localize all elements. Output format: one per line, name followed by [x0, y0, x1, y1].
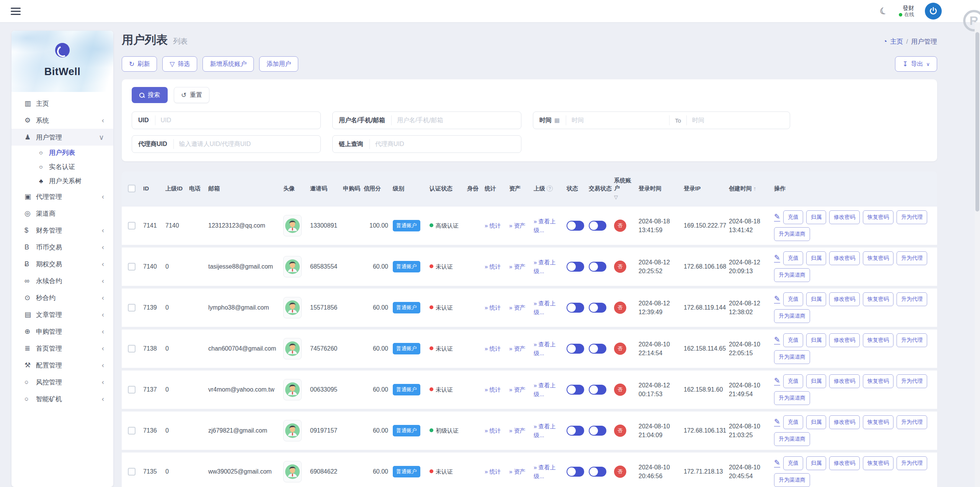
- sidebar-item-risk-management[interactable]: ○风控管理‹: [11, 374, 113, 390]
- sidebar-item-homepage-management[interactable]: ≣首页管理‹: [11, 340, 113, 357]
- sidebar-item-spot-trading[interactable]: B币币交易‹: [11, 239, 113, 256]
- sidebar-item-channel-merchant[interactable]: ◎渠道商: [11, 205, 113, 222]
- export-button[interactable]: ↧ 导出 ∨: [895, 56, 937, 72]
- view-parent-link[interactable]: » 查看上级...: [534, 382, 556, 398]
- action-button[interactable]: 升为代理: [897, 210, 927, 224]
- action-button[interactable]: 归属: [806, 456, 826, 470]
- status-toggle[interactable]: [567, 303, 584, 313]
- action-button[interactable]: 归属: [806, 210, 826, 224]
- row-checkbox[interactable]: [128, 222, 136, 230]
- sidebar-item-subscription-management[interactable]: ⊕申购管理‹: [11, 323, 113, 340]
- action-button[interactable]: 充值: [783, 251, 803, 265]
- action-button[interactable]: 修改密码: [829, 210, 860, 224]
- sidebar-item-config-management[interactable]: ⚒配置管理‹: [11, 357, 113, 374]
- status-toggle[interactable]: [567, 344, 584, 354]
- action-button[interactable]: 升为渠道商: [774, 473, 810, 487]
- search-button[interactable]: 搜索: [132, 87, 168, 103]
- row-checkbox[interactable]: [128, 468, 136, 476]
- assets-link[interactable]: » 资产: [509, 468, 526, 475]
- status-toggle[interactable]: [567, 262, 584, 272]
- action-button[interactable]: 升为代理: [897, 415, 927, 429]
- sidebar-item-user-management[interactable]: ♟用户管理∨: [11, 129, 113, 146]
- action-button[interactable]: 恢复密码: [863, 456, 893, 470]
- action-button[interactable]: 升为代理: [897, 333, 927, 347]
- time-from-input[interactable]: [566, 117, 669, 124]
- action-button[interactable]: 修改密码: [829, 333, 860, 347]
- dark-mode-moon-icon[interactable]: ☾: [879, 5, 889, 16]
- sidebar-item-system[interactable]: ⚙系统‹: [11, 112, 113, 129]
- action-button[interactable]: 归属: [806, 292, 826, 306]
- action-button[interactable]: 充值: [783, 333, 803, 347]
- sidebar-item-user-list[interactable]: ○用户列表: [11, 146, 113, 160]
- assets-link[interactable]: » 资产: [509, 427, 526, 434]
- stats-link[interactable]: » 统计: [485, 222, 501, 229]
- filter-button[interactable]: ▽ 筛选: [162, 56, 197, 72]
- view-parent-link[interactable]: » 查看上级...: [534, 218, 556, 234]
- uid-input[interactable]: [155, 117, 320, 124]
- hamburger-menu-icon[interactable]: [11, 6, 21, 17]
- row-checkbox[interactable]: [128, 345, 136, 353]
- edit-pencil-icon[interactable]: ✎: [774, 254, 780, 262]
- action-button[interactable]: 升为渠道商: [774, 227, 810, 241]
- action-button[interactable]: 修改密码: [829, 251, 860, 265]
- trade-status-toggle[interactable]: [589, 385, 606, 395]
- time-to-input[interactable]: [687, 117, 790, 124]
- action-button[interactable]: 归属: [806, 251, 826, 265]
- action-button[interactable]: 修改密码: [829, 374, 860, 388]
- action-button[interactable]: 升为渠道商: [774, 432, 810, 446]
- view-parent-link[interactable]: » 查看上级...: [534, 259, 556, 275]
- status-toggle[interactable]: [567, 221, 584, 231]
- action-button[interactable]: 充值: [783, 456, 803, 470]
- row-checkbox[interactable]: [128, 263, 136, 271]
- stats-link[interactable]: » 统计: [485, 263, 501, 270]
- action-button[interactable]: 恢复密码: [863, 415, 893, 429]
- trade-status-toggle[interactable]: [589, 262, 606, 272]
- user-avatar[interactable]: [283, 297, 302, 318]
- action-button[interactable]: 充值: [783, 415, 803, 429]
- action-button[interactable]: 恢复密码: [863, 374, 893, 388]
- stats-link[interactable]: » 统计: [485, 427, 501, 434]
- stats-link[interactable]: » 统计: [485, 468, 501, 475]
- row-checkbox[interactable]: [128, 427, 136, 435]
- action-button[interactable]: 修改密码: [829, 415, 860, 429]
- add-user-button[interactable]: 添加用户: [259, 56, 298, 72]
- user-search-input[interactable]: [392, 117, 521, 124]
- action-button[interactable]: 升为代理: [897, 251, 927, 265]
- action-button[interactable]: 充值: [783, 292, 803, 306]
- trade-status-toggle[interactable]: [589, 426, 606, 436]
- add-system-account-button[interactable]: 新增系统账户: [203, 56, 254, 72]
- view-parent-link[interactable]: » 查看上级...: [534, 423, 556, 439]
- sidebar-item-home[interactable]: ▥主页: [11, 95, 113, 112]
- select-all-checkbox[interactable]: [128, 185, 136, 192]
- sidebar-item-finance-management[interactable]: $财务管理‹: [11, 222, 113, 239]
- agent-uid-input[interactable]: [174, 141, 320, 148]
- user-avatar[interactable]: [283, 338, 302, 359]
- assets-link[interactable]: » 资产: [509, 386, 526, 393]
- sidebar-item-options-trading[interactable]: Ƀ期权交易‹: [11, 256, 113, 272]
- action-button[interactable]: 修改密码: [829, 456, 860, 470]
- reset-button[interactable]: ↺ 重置: [174, 87, 209, 103]
- edit-pencil-icon[interactable]: ✎: [774, 418, 780, 426]
- sidebar-item-agent-management[interactable]: ▣代理管理‹: [11, 188, 113, 205]
- stats-link[interactable]: » 统计: [485, 345, 501, 352]
- edit-pencil-icon[interactable]: ✎: [774, 213, 780, 221]
- trade-status-toggle[interactable]: [589, 344, 606, 354]
- assets-link[interactable]: » 资产: [509, 263, 526, 270]
- action-button[interactable]: 升为渠道商: [774, 268, 810, 282]
- status-toggle[interactable]: [567, 426, 584, 436]
- action-button[interactable]: 修改密码: [829, 292, 860, 306]
- stats-link[interactable]: » 统计: [485, 386, 501, 393]
- edit-pencil-icon[interactable]: ✎: [774, 377, 780, 385]
- refresh-button[interactable]: ↻ 刷新: [122, 56, 157, 72]
- action-button[interactable]: 升为代理: [897, 292, 927, 306]
- action-button[interactable]: 升为代理: [897, 374, 927, 388]
- action-button[interactable]: 恢复密码: [863, 210, 893, 224]
- chain-query-input[interactable]: [370, 141, 521, 148]
- action-button[interactable]: 恢复密码: [863, 292, 893, 306]
- row-checkbox[interactable]: [128, 304, 136, 312]
- action-button[interactable]: 升为渠道商: [774, 391, 810, 405]
- row-checkbox[interactable]: [128, 386, 136, 394]
- action-button[interactable]: 归属: [806, 374, 826, 388]
- action-button[interactable]: 充值: [783, 210, 803, 224]
- sidebar-item-real-name-auth[interactable]: ○实名认证: [11, 160, 113, 174]
